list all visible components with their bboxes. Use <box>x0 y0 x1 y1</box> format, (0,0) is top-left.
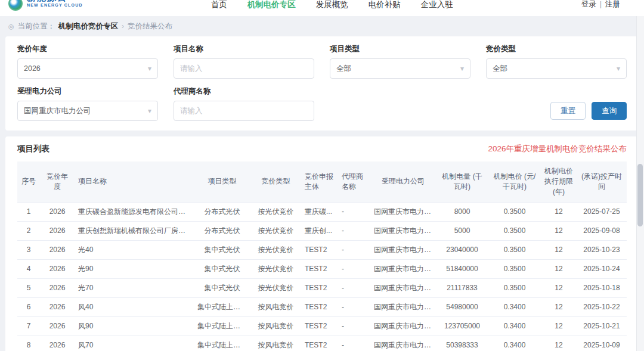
chevron-down-icon: ▾ <box>148 64 151 73</box>
table-cell: 按光伏竞价 <box>250 203 301 222</box>
results-table: 序号 竞价年度 项目名称 项目类型 竞价类型 竞价申报主体 代理商名称 受理电力… <box>17 161 627 351</box>
table-cell: - <box>338 317 370 336</box>
logo-icon <box>8 0 23 11</box>
table-cell: 0.3500 <box>488 241 541 260</box>
table-cell: 集中式光伏 <box>194 260 250 279</box>
logo[interactable]: 新能源云 NEW ENERGY CLOUD <box>8 0 83 11</box>
table-cell: TEST2 <box>301 336 338 351</box>
table-cell: - <box>338 279 370 298</box>
table-cell: 21117833 <box>436 279 488 298</box>
table-cell: 12 <box>541 222 577 241</box>
table-cell: 12 <box>541 317 577 336</box>
table-cell: TEST2 <box>301 298 338 317</box>
agent-name-input[interactable] <box>180 107 308 115</box>
breadcrumb-separator-icon: › <box>122 22 124 30</box>
table-row[interactable]: 82026风70集中式陆上风电按风电竞价TEST2-国网重庆市电力公司50398… <box>17 336 627 351</box>
table-row[interactable]: 42026光90集中式光伏按光伏竞价TEST2-国网重庆市电力公司5184000… <box>17 260 627 279</box>
filter-field-project-name: 项目名称 <box>174 44 314 79</box>
table-cell: 6 <box>17 298 40 317</box>
table-cell: 23040000 <box>436 241 488 260</box>
logo-subtitle: NEW ENERGY CLOUD <box>27 3 83 7</box>
power-company-select[interactable]: 国网重庆市电力公司 ▾ <box>17 101 158 121</box>
nav-item-price-subsidy[interactable]: 电价补贴 <box>369 0 401 9</box>
table-cell: 分布式光伏 <box>194 203 250 222</box>
search-button[interactable]: 查询 <box>592 102 627 120</box>
project-type-select[interactable]: 全部 ▾ <box>330 58 470 79</box>
col-header-project-name: 项目名称 <box>75 161 194 203</box>
table-cell: TEST2 <box>301 241 338 260</box>
col-header-execution-period: 机制电价 执行期限 (年) <box>541 161 577 203</box>
table-cell: 51840000 <box>436 260 488 279</box>
table-cell: 2025-09-08 <box>577 222 627 241</box>
reset-button[interactable]: 重置 <box>550 102 586 120</box>
table-cell: 按光伏竞价 <box>250 241 301 260</box>
filter-panel: 竞价年度 2026 ▾ 项目名称 项目类型 全部 ▾ 竞价类型 全部 ▾ <box>5 36 639 131</box>
table-cell: 国网重庆市电力公司 <box>370 279 436 298</box>
table-cell: 2026 <box>40 241 75 260</box>
bid-type-select[interactable]: 全部 ▾ <box>486 58 627 79</box>
table-row[interactable]: 22026重庆创想新瑞机械有限公司厂房屋顶安装光伏...分布式光伏按光伏竞价重庆… <box>17 222 627 241</box>
table-row[interactable]: 12026重庆碳合盈新能源发电有限公司陈伦忠25.025k...分布式光伏按光伏… <box>17 203 627 222</box>
table-cell: 国网重庆市电力公司 <box>370 336 436 351</box>
table-cell: 按光伏竞价 <box>250 222 301 241</box>
table-cell: 2026 <box>40 260 75 279</box>
project-list-panel: 项目列表 2026年重庆增量机制电价竞价结果公布 序号 竞价年度 项目名称 项目… <box>5 136 639 351</box>
bid-year-select[interactable]: 2026 ▾ <box>17 58 158 79</box>
table-cell: 0.3500 <box>488 203 541 222</box>
table-cell: 集中式光伏 <box>194 241 250 260</box>
table-cell: 8000 <box>436 203 488 222</box>
table-cell: 0.3400 <box>488 317 541 336</box>
table-cell: TEST2 <box>301 279 338 298</box>
table-cell: 12 <box>541 203 577 222</box>
table-row[interactable]: 62026风40集中式陆上风电按风电竞价TEST2-国网重庆市电力公司54980… <box>17 298 627 317</box>
main-nav: 首页 机制电价专区 发展概览 电价补贴 企业入驻 <box>211 0 453 9</box>
table-cell: 重庆创... <box>301 222 338 241</box>
table-cell: 国网重庆市电力公司 <box>370 222 436 241</box>
scrollbar-track[interactable] <box>636 16 644 351</box>
table-cell: 2026 <box>40 222 75 241</box>
login-link[interactable]: 登录 <box>581 0 596 9</box>
table-cell: 重庆碳... <box>301 203 338 222</box>
field-label: 项目类型 <box>330 44 470 54</box>
table-cell: 2026 <box>40 317 75 336</box>
nav-item-home[interactable]: 首页 <box>211 0 227 9</box>
table-cell: 7 <box>17 317 40 336</box>
table-cell: 集中式陆上风电 <box>194 336 250 351</box>
table-cell: - <box>338 298 370 317</box>
nav-item-development-overview[interactable]: 发展概览 <box>316 0 348 9</box>
table-cell: 2026 <box>40 279 75 298</box>
table-cell: 2026 <box>40 336 75 351</box>
project-name-input[interactable] <box>180 64 308 73</box>
table-cell: 集中式陆上风电 <box>194 317 250 336</box>
table-row[interactable]: 52026光70集中式光伏按光伏竞价TEST2-国网重庆市电力公司2111783… <box>17 279 627 298</box>
table-cell: 按光伏竞价 <box>250 279 301 298</box>
auth-links: 登录 | 注册 <box>581 0 620 9</box>
top-header: 新能源云 NEW ENERGY CLOUD 首页 机制电价专区 发展概览 电价补… <box>0 0 644 16</box>
table-cell: 光70 <box>75 279 194 298</box>
breadcrumb-section[interactable]: 机制电价竞价专区 <box>58 21 118 32</box>
table-row[interactable]: 32026光40集中式光伏按光伏竞价TEST2-国网重庆市电力公司2304000… <box>17 241 627 260</box>
table-cell: 0.3400 <box>488 336 541 351</box>
nav-item-mechanism-price-zone[interactable]: 机制电价专区 <box>247 0 296 9</box>
table-cell: 分布式光伏 <box>194 222 250 241</box>
table-cell: 50398333 <box>436 336 488 351</box>
table-cell: 12 <box>541 260 577 279</box>
table-cell: - <box>338 222 370 241</box>
field-label: 竞价年度 <box>17 44 158 54</box>
announcement-link[interactable]: 2026年重庆增量机制电价竞价结果公布 <box>488 144 627 154</box>
table-cell: 123705000 <box>436 317 488 336</box>
table-cell: 2025-10-18 <box>577 279 627 298</box>
breadcrumb-location-label: 当前位置： <box>18 21 55 32</box>
breadcrumb-current: 竞价结果公布 <box>128 21 172 32</box>
table-cell: 国网重庆市电力公司 <box>370 203 436 222</box>
nav-item-enterprise-entry[interactable]: 企业入驻 <box>421 0 453 9</box>
table-cell: 集中式光伏 <box>194 279 250 298</box>
col-header-bid-type: 竞价类型 <box>250 161 301 203</box>
scrollbar-thumb[interactable] <box>637 164 643 226</box>
col-header-mechanism-price: 机制电价 (元/千瓦时) <box>488 161 541 203</box>
table-row[interactable]: 72026风90集中式陆上风电按风电竞价TEST2-国网重庆市电力公司12370… <box>17 317 627 336</box>
register-link[interactable]: 注册 <box>605 0 620 9</box>
table-cell: 按风电竞价 <box>250 298 301 317</box>
table-cell: - <box>338 203 370 222</box>
col-header-mechanism-volume: 机制电量 (千瓦时) <box>436 161 488 203</box>
